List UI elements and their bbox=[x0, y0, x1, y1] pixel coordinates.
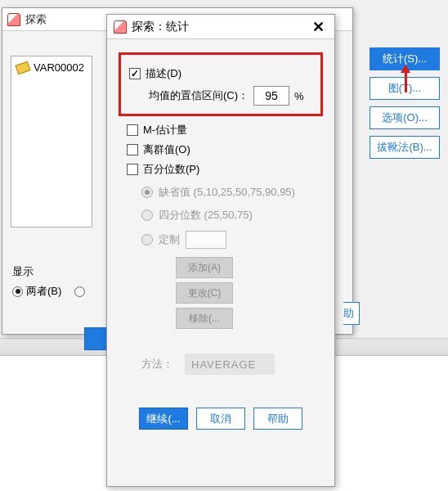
options-button[interactable]: 选项(O)... bbox=[370, 106, 440, 129]
radio-icon bbox=[141, 234, 153, 246]
close-icon[interactable]: ✕ bbox=[308, 18, 328, 36]
explore-title: 探索 bbox=[25, 12, 47, 27]
radio-icon bbox=[12, 286, 23, 297]
describe-checkbox[interactable]: 描述(D) bbox=[129, 66, 312, 81]
percentiles-label: 百分位数(P) bbox=[143, 162, 199, 177]
display-both-radio[interactable]: 两者(B) bbox=[12, 284, 85, 299]
statistics-titlebar: 探索：统计 ✕ bbox=[107, 15, 334, 39]
ci-label: 均值的置信区间(C)： bbox=[149, 88, 249, 103]
checkbox-icon bbox=[127, 124, 138, 136]
custom-input bbox=[186, 231, 226, 249]
ci-unit: % bbox=[294, 90, 304, 102]
annotation-arrow bbox=[405, 73, 407, 92]
help-button-partial[interactable]: 助 bbox=[343, 302, 360, 325]
radio-icon bbox=[141, 209, 153, 221]
continue-button[interactable]: 继续(... bbox=[139, 408, 188, 430]
bootstrap-button[interactable]: 拔靴法(B)... bbox=[370, 136, 440, 159]
checkbox-icon bbox=[127, 144, 138, 155]
quartiles-radio: 四分位数 (25,50,75) bbox=[141, 208, 323, 223]
checkbox-icon bbox=[129, 68, 141, 79]
variable-name: VAR00002 bbox=[34, 61, 84, 74]
highlight-annotation: 描述(D) 均值的置信区间(C)： % bbox=[119, 52, 323, 116]
percentiles-checkbox[interactable]: 百分位数(P) bbox=[127, 162, 323, 177]
quartiles-label: 四分位数 (25,50,75) bbox=[159, 208, 253, 223]
add-button: 添加(A) bbox=[176, 257, 233, 278]
statistics-title: 探索：统计 bbox=[132, 20, 303, 34]
m-estimators-checkbox[interactable]: M-估计量 bbox=[127, 123, 323, 137]
custom-label: 定制 bbox=[159, 232, 180, 247]
help-button[interactable]: 帮助 bbox=[253, 408, 302, 430]
default-pct-label: 缺省值 (5,10,25,50,75,90,95) bbox=[159, 185, 295, 200]
display-label: 显示 bbox=[12, 264, 85, 279]
radio-icon bbox=[141, 187, 153, 198]
scale-icon bbox=[15, 61, 30, 74]
method-value: HAVERAGE bbox=[185, 354, 275, 375]
ci-input[interactable] bbox=[253, 86, 289, 106]
checkbox-icon bbox=[127, 164, 138, 175]
variable-item[interactable]: VAR00002 bbox=[15, 60, 88, 75]
default-percentiles-radio: 缺省值 (5,10,25,50,75,90,95) bbox=[141, 185, 323, 200]
outliers-label: 离群值(O) bbox=[143, 142, 190, 157]
app-icon bbox=[7, 13, 20, 26]
remove-button: 移除(... bbox=[176, 308, 233, 329]
statistics-dialog: 探索：统计 ✕ 描述(D) 均值的置信区间(C)： % M-估计量 离群值(O) bbox=[106, 14, 335, 487]
m-est-label: M-估计量 bbox=[143, 123, 187, 137]
app-icon bbox=[114, 20, 127, 34]
outliers-checkbox[interactable]: 离群值(O) bbox=[127, 142, 323, 157]
change-button: 更改(C) bbox=[176, 282, 233, 304]
variable-list[interactable]: VAR00002 bbox=[11, 56, 92, 227]
radio-icon bbox=[74, 286, 85, 297]
display-section: 显示 两者(B) bbox=[12, 264, 85, 299]
describe-label: 描述(D) bbox=[146, 66, 181, 81]
method-label: 方法： bbox=[141, 357, 173, 372]
both-label: 两者(B) bbox=[26, 284, 61, 299]
cancel-button[interactable]: 取消 bbox=[196, 408, 245, 430]
custom-radio: 定制 bbox=[141, 231, 323, 249]
